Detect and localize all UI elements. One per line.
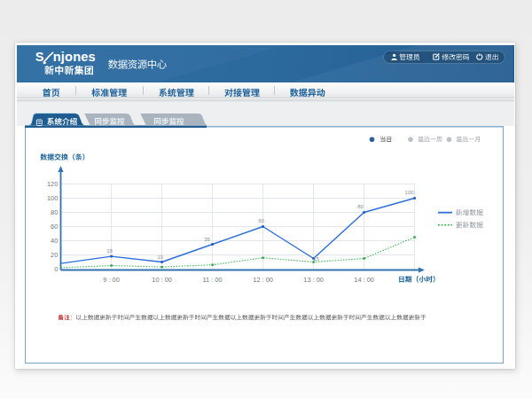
svg-text:njones: njones <box>53 50 96 64</box>
svg-text:12 : 00: 12 : 00 <box>253 276 273 284</box>
svg-text:120: 120 <box>47 180 58 188</box>
svg-text:100: 100 <box>47 194 58 202</box>
svg-text:0: 0 <box>54 265 58 273</box>
svg-text:14 : 00: 14 : 00 <box>354 276 374 284</box>
svg-text:80: 80 <box>51 208 58 216</box>
svg-text:S: S <box>35 50 44 64</box>
svg-text:13 : 00: 13 : 00 <box>303 276 324 284</box>
svg-text:9 : 00: 9 : 00 <box>103 276 120 284</box>
svg-text:60: 60 <box>258 218 264 223</box>
svg-text:40: 40 <box>51 237 58 245</box>
svg-text:18: 18 <box>106 248 113 254</box>
svg-text:10: 10 <box>157 254 163 260</box>
svg-text:10 : 00: 10 : 00 <box>152 276 172 284</box>
svg-text:35: 35 <box>204 237 210 242</box>
svg-text:20: 20 <box>51 251 58 259</box>
svg-text:60: 60 <box>51 223 58 231</box>
svg-text:100: 100 <box>405 190 415 195</box>
svg-text:80: 80 <box>357 204 364 209</box>
svg-text:11 : 00: 11 : 00 <box>203 276 223 284</box>
svg-text:15: 15 <box>313 256 319 262</box>
